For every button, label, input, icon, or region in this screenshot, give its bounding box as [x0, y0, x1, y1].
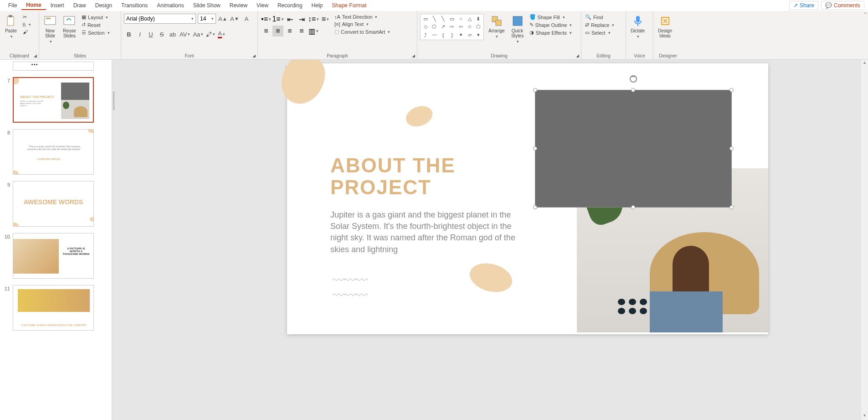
- resize-handle-n[interactable]: [631, 88, 635, 92]
- columns-button[interactable]: ▥▾: [308, 26, 319, 36]
- convert-smartart-button[interactable]: ⬚Convert to SmartArt▾: [334, 28, 391, 35]
- vertical-scrollbar[interactable]: ▴ ▾: [860, 60, 868, 420]
- menu-slideshow[interactable]: Slide Show: [189, 1, 225, 10]
- slide-thumbnail-11[interactable]: A PICTURE ALWAYS REINFORCES THE CONCEPT: [13, 285, 94, 331]
- align-left-button[interactable]: ≡: [261, 26, 272, 36]
- shape-effects-button[interactable]: ◑Shape Effects▾: [529, 29, 573, 36]
- shape-outline-button[interactable]: ✎Shape Outline▾: [529, 21, 573, 28]
- font-color-button[interactable]: A▾: [217, 29, 226, 39]
- comments-label: Comments: [834, 2, 860, 9]
- select-button[interactable]: ▭Select▾: [584, 29, 615, 36]
- new-slide-button[interactable]: New Slide ▾: [42, 14, 58, 45]
- font-name-combo[interactable]: Arial (Body)▾: [124, 14, 196, 24]
- italic-button[interactable]: I: [135, 29, 145, 39]
- reuse-slides-button[interactable]: Reuse Slides: [61, 14, 78, 39]
- list-level-button[interactable]: ≡▾: [320, 14, 331, 25]
- decrease-indent-button[interactable]: ⇤: [284, 14, 295, 25]
- font-size-combo[interactable]: 14▾: [198, 14, 216, 24]
- ribbon-collapse-button[interactable]: ⌃: [863, 12, 867, 17]
- resize-handle-se[interactable]: [729, 205, 734, 209]
- highlight-button[interactable]: 🖍▾: [205, 29, 216, 39]
- slide-thumbnail-9[interactable]: AWESOME WORDS: [13, 181, 94, 227]
- share-button[interactable]: ↗Share: [789, 1, 818, 10]
- menu-file[interactable]: File: [4, 1, 21, 10]
- decorative-blob: [275, 60, 331, 110]
- thumbnail-panel[interactable]: 7 ABOUT THE PROJECT Jupiter is a gas gia…: [0, 60, 112, 420]
- copy-button[interactable]: ⎘▾: [22, 21, 32, 28]
- slide-editor[interactable]: 〰〰〰〰〰〰 ABOUT THEPROJECT Jupiter is a gas…: [287, 63, 768, 334]
- menu-animations[interactable]: Animations: [152, 1, 188, 10]
- decrease-font-button[interactable]: A▼: [230, 14, 240, 24]
- change-case-button[interactable]: Aa▾: [192, 29, 204, 39]
- increase-font-button[interactable]: A▲: [218, 14, 228, 24]
- shape-fill-button[interactable]: 🪣Shape Fill▾: [529, 14, 573, 21]
- increase-indent-button[interactable]: ⇥: [296, 14, 307, 25]
- selected-shape-rectangle[interactable]: [535, 90, 732, 207]
- arrange-button[interactable]: Arrange▾: [487, 14, 507, 40]
- outline-icon: ✎: [529, 22, 534, 28]
- menu-design[interactable]: Design: [91, 1, 117, 10]
- resize-handle-sw[interactable]: [533, 205, 537, 209]
- shadow-button[interactable]: ab: [168, 29, 178, 39]
- shapes-gallery[interactable]: ▭╲╲▭○△⬇ ◇⬡↗⇨⇦☆⬠ ⤴〰{}✦▱▾: [420, 14, 484, 40]
- clipboard-dialog-launcher[interactable]: ◢: [32, 53, 38, 58]
- menu-review[interactable]: Review: [225, 1, 252, 10]
- resize-handle-s[interactable]: [631, 205, 635, 209]
- resize-handle-w[interactable]: [533, 146, 537, 150]
- menu-help[interactable]: Help: [307, 1, 328, 10]
- char-spacing-button[interactable]: AV▾: [179, 29, 191, 39]
- svg-rect-4: [64, 16, 75, 25]
- menu-home[interactable]: Home: [21, 1, 46, 10]
- slide-thumbnail-8[interactable]: "This is a quote, words full of wisdom t…: [13, 129, 94, 175]
- resize-handle-ne[interactable]: [729, 88, 734, 92]
- resize-handle-nw[interactable]: [533, 88, 537, 92]
- drawing-dialog-launcher[interactable]: ◢: [575, 53, 580, 58]
- slide-title[interactable]: ABOUT THEPROJECT: [330, 155, 456, 199]
- numbering-button[interactable]: 1≡▾: [272, 14, 283, 25]
- text-direction-button[interactable]: ↕AText Direction▾: [334, 14, 391, 20]
- paste-button[interactable]: Paste ▾: [3, 14, 19, 40]
- menu-transitions[interactable]: Transitions: [117, 1, 152, 10]
- design-ideas-button[interactable]: Design Ideas: [656, 14, 674, 39]
- menu-view[interactable]: View: [252, 1, 273, 10]
- strikethrough-button[interactable]: S: [157, 29, 167, 39]
- comments-button[interactable]: 💬Comments: [821, 1, 864, 10]
- slide-thumbnail-partial[interactable]: [13, 62, 94, 71]
- format-painter-button[interactable]: 🖌: [22, 29, 32, 35]
- align-text-button[interactable]: [≡]Align Text▾: [334, 21, 391, 27]
- replace-button[interactable]: ⇄Replace▾: [584, 21, 615, 28]
- font-group-label: Font: [124, 52, 255, 59]
- font-dialog-launcher[interactable]: ◢: [251, 53, 257, 58]
- section-button[interactable]: ☰Section▾: [81, 29, 111, 36]
- dictate-button[interactable]: Dictate▾: [629, 14, 647, 40]
- slide-body-text[interactable]: Jupiter is a gas giant and the biggest p…: [330, 209, 517, 255]
- layout-button[interactable]: ▦Layout▾: [81, 14, 111, 21]
- reset-button[interactable]: ↺Reset: [81, 21, 111, 28]
- ribbon: Paste ▾ ✂ ⎘▾ 🖌 Clipboard ◢ New Slide ▾ R…: [0, 11, 868, 60]
- slide-thumbnail-10[interactable]: A PICTURE IS WORTH A THOUSAND WORDS: [13, 233, 94, 279]
- menu-recording[interactable]: Recording: [273, 1, 307, 10]
- underline-button[interactable]: U: [146, 29, 156, 39]
- slide-canvas-area[interactable]: 〰〰〰〰〰〰 ABOUT THEPROJECT Jupiter is a gas…: [115, 60, 868, 420]
- bold-button[interactable]: B: [124, 29, 134, 39]
- justify-button[interactable]: ≡: [296, 26, 307, 36]
- cut-button[interactable]: ✂: [22, 14, 32, 21]
- menu-shape-format[interactable]: Shape Format: [327, 1, 371, 10]
- align-center-button[interactable]: ≡: [272, 26, 283, 36]
- find-icon: 🔍: [585, 14, 591, 20]
- line-spacing-button[interactable]: ↕≡▾: [308, 14, 319, 25]
- clear-formatting-button[interactable]: A: [241, 14, 252, 24]
- rotate-handle[interactable]: [629, 75, 637, 83]
- menu-draw[interactable]: Draw: [69, 1, 91, 10]
- image-detail-jeans: [650, 291, 723, 332]
- align-right-button[interactable]: ≡: [284, 26, 295, 36]
- paragraph-dialog-launcher[interactable]: ◢: [411, 53, 416, 58]
- bullets-button[interactable]: •≡▾: [261, 14, 272, 25]
- quick-styles-icon: [511, 15, 524, 27]
- find-button[interactable]: 🔍Find: [584, 14, 615, 21]
- menu-insert[interactable]: Insert: [46, 1, 69, 10]
- quick-styles-button[interactable]: Quick Styles▾: [509, 14, 526, 45]
- resize-handle-e[interactable]: [729, 146, 734, 150]
- voice-group-label: Voice: [629, 52, 650, 59]
- slide-thumbnail-7[interactable]: ABOUT THE PROJECT Jupiter is a gas giant…: [13, 77, 94, 123]
